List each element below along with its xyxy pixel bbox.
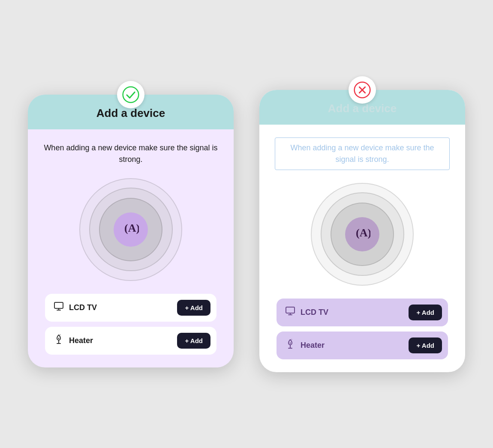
svg-text:°: °: [60, 334, 61, 337]
correct-heater-add-button[interactable]: + Add: [177, 333, 210, 349]
correct-phone-title: Add a device: [96, 107, 165, 119]
tv-icon: [54, 301, 64, 314]
wrong-radar-center: (A): [345, 217, 379, 251]
correct-status-icon: [117, 81, 144, 108]
wrong-heater-add-button[interactable]: + Add: [409, 337, 442, 353]
correct-phone-body: When adding a new device make sure the s…: [28, 129, 234, 367]
correct-signal-text: When adding a new device make sure the s…: [43, 142, 218, 165]
wrong-signal-text: When adding a new device make sure the s…: [275, 137, 450, 170]
wrong-phone: Add a device When adding a new device ma…: [259, 90, 465, 372]
svg-text:(A): (A): [124, 222, 139, 234]
correct-device-list: LCD TV + Add ° Heater: [43, 294, 218, 355]
svg-text:(A): (A): [356, 227, 370, 239]
wrong-heater-name: Heater: [301, 341, 403, 350]
correct-phone-wrapper: Add a device When adding a new device ma…: [28, 81, 234, 367]
wifi-icon: (A): [123, 220, 139, 239]
wrong-lcd-tv-item: LCD TV + Add: [277, 299, 448, 326]
correct-lcd-tv-name: LCD TV: [69, 303, 172, 312]
wrong-lcd-tv-add-button[interactable]: + Add: [409, 305, 442, 320]
wrong-phone-title: Add a device: [328, 102, 397, 115]
wrong-phone-wrapper: Add a device When adding a new device ma…: [259, 76, 465, 372]
svg-rect-2: [54, 302, 63, 308]
correct-phone: Add a device When adding a new device ma…: [28, 95, 234, 367]
correct-radar: (A): [79, 178, 182, 281]
radar-center: (A): [114, 212, 148, 247]
wrong-status-icon: [349, 76, 376, 104]
correct-heater-name: Heater: [69, 336, 172, 345]
wrong-device-list: LCD TV + Add ° Heater: [275, 299, 450, 359]
wrong-wifi-icon: (A): [354, 224, 370, 244]
correct-lcd-tv-item: LCD TV + Add: [45, 294, 216, 322]
wrong-heater-item: ° Heater + Add: [277, 332, 448, 359]
svg-point-16: [290, 343, 291, 344]
wrong-radar: (A): [311, 183, 414, 286]
wrong-heater-icon: °: [285, 339, 295, 352]
correct-lcd-tv-add-button[interactable]: + Add: [177, 300, 210, 316]
svg-point-5: [58, 338, 60, 339]
svg-rect-13: [286, 307, 295, 313]
correct-heater-item: ° Heater + Add: [45, 327, 216, 355]
wrong-phone-body: When adding a new device make sure the s…: [259, 125, 465, 372]
heater-icon: °: [54, 334, 64, 347]
wrong-tv-icon: [285, 306, 295, 319]
svg-text:°: °: [291, 339, 292, 342]
wrong-lcd-tv-name: LCD TV: [301, 308, 403, 317]
svg-point-0: [123, 87, 139, 102]
